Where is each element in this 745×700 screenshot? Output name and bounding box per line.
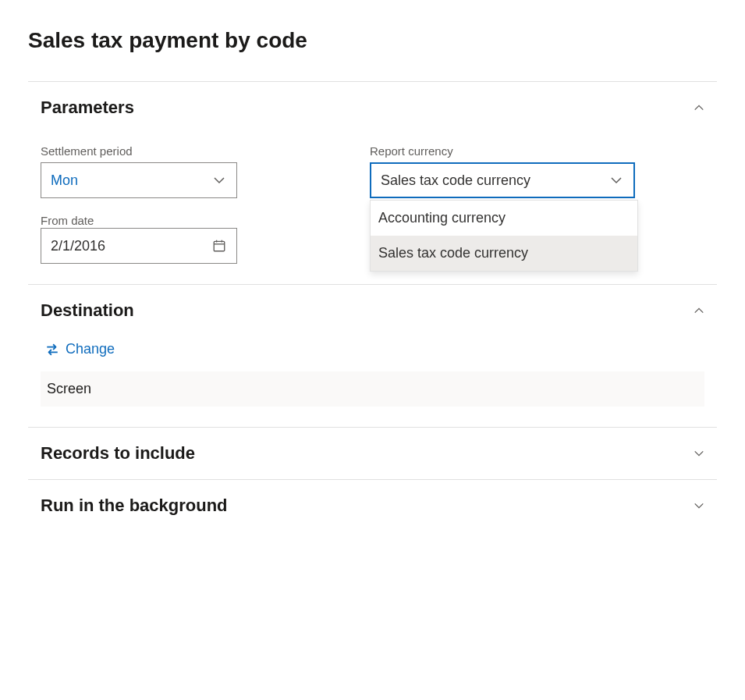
section-destination-title: Destination [41,300,134,321]
section-background-header[interactable]: Run in the background [28,480,717,531]
change-destination-label: Change [66,341,115,357]
chevron-down-icon [211,172,227,188]
section-records-title: Records to include [41,443,195,464]
calendar-icon [211,238,227,254]
from-date-input[interactable]: 2/1/2016 [41,228,237,264]
section-background-title: Run in the background [41,496,228,516]
section-destination: Destination Change Screen [28,284,717,427]
chevron-up-icon [694,305,704,316]
report-currency-select[interactable]: Sales tax code currency Accounting curre… [370,162,635,198]
report-currency-dropdown: Accounting currency Sales tax code curre… [370,200,638,272]
settlement-period-label: Settlement period [41,144,237,158]
section-records: Records to include [28,427,717,479]
section-parameters-title: Parameters [41,98,134,118]
section-destination-header[interactable]: Destination [28,285,717,336]
dropdown-option-sales-tax-code[interactable]: Sales tax code currency [371,236,637,271]
section-parameters: Parameters Settlement period Mon F [28,81,717,284]
destination-value: Screen [41,371,704,407]
report-currency-value: Sales tax code currency [381,172,608,189]
field-settlement-period: Settlement period Mon From date 2/1/2016 [41,144,237,264]
settlement-period-value: Mon [51,172,211,189]
change-destination-link[interactable]: Change [45,341,115,357]
page-title: Sales tax payment by code [28,28,717,53]
settlement-period-select[interactable]: Mon [41,162,237,198]
chevron-down-icon [608,172,624,188]
section-background: Run in the background [28,479,717,531]
chevron-down-icon [694,500,704,511]
field-report-currency: Report currency Sales tax code currency … [370,144,635,264]
svg-rect-0 [214,241,225,251]
dropdown-option-accounting[interactable]: Accounting currency [371,201,637,236]
from-date-label: From date [41,214,94,227]
section-records-header[interactable]: Records to include [28,428,717,479]
chevron-up-icon [694,102,704,113]
swap-icon [45,343,59,357]
chevron-down-icon [694,448,704,459]
section-parameters-header[interactable]: Parameters [28,82,717,133]
from-date-value: 2/1/2016 [51,238,211,254]
report-currency-label: Report currency [370,144,635,158]
